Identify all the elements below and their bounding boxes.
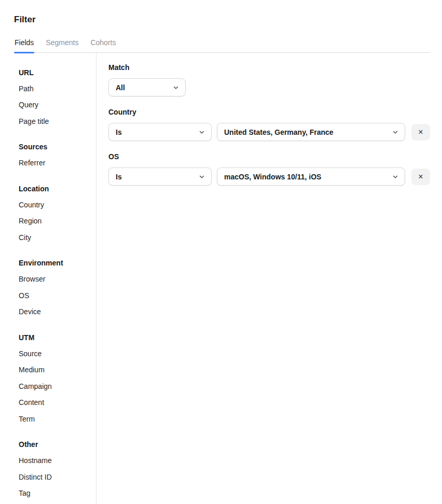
sidebar-item-term[interactable]: Term [19,411,96,427]
sidebar-section-sources: Sources Referrer [19,139,96,172]
sidebar-item-campaign[interactable]: Campaign [19,378,96,395]
sidebar-item-browser[interactable]: Browser [19,271,96,288]
sidebar-item-source[interactable]: Source [19,345,96,362]
chevron-down-icon [199,129,205,135]
sidebar-section-utm: UTM Source Medium Campaign Content Term [19,329,96,427]
os-operator-value: Is [116,173,122,181]
chevron-down-icon [392,129,398,135]
os-remove-button[interactable]: × [411,169,430,185]
country-remove-button[interactable]: × [411,124,430,141]
country-operator-value: Is [116,128,122,136]
sidebar-item-content[interactable]: Content [19,395,96,411]
sidebar-item-referrer[interactable]: Referrer [19,155,96,172]
sidebar-item-os[interactable]: OS [19,287,96,304]
country-values-select[interactable]: United States, Germany, France [217,123,405,141]
sidebar-item-path[interactable]: Path [19,80,96,97]
sidebar: URL Path Query Page title Sources Referr… [14,53,96,504]
sidebar-item-tag[interactable]: Tag [19,485,96,502]
sidebar-item-city[interactable]: City [19,229,96,246]
sidebar-item-region[interactable]: Region [19,213,96,230]
filter-group-os: OS Is macOS, Windows 10/11, iOS [108,152,430,186]
os-values-text: macOS, Windows 10/11, iOS [224,173,321,181]
chevron-down-icon [392,174,398,180]
tab-segments[interactable]: Segments [45,35,79,52]
os-operator-select[interactable]: Is [108,167,212,186]
match-select-value: All [116,83,125,92]
os-values-select[interactable]: macOS, Windows 10/11, iOS [217,167,405,186]
page-title: Filter [14,15,430,25]
filter-panel: Filter Fields Segments Cohorts URL Path … [0,15,442,504]
match-group: Match All [108,63,430,96]
sidebar-section-location: Location Country Region City [19,180,96,246]
filter-row-os: Is macOS, Windows 10/11, iOS × [108,167,430,186]
sidebar-section-environment: Environment Browser OS Device [19,255,96,320]
sidebar-section-header: UTM [19,329,96,345]
close-icon: × [418,173,423,181]
filter-row-country: Is United States, Germany, France × [108,123,430,141]
sidebar-section-header: Location [19,180,96,197]
filter-group-country: Country Is United States, Germany, Franc… [108,108,430,141]
sidebar-item-distinct-id[interactable]: Distinct ID [19,469,96,485]
tab-bar: Fields Segments Cohorts [14,35,430,53]
sidebar-item-hostname[interactable]: Hostname [19,453,96,469]
country-operator-select[interactable]: Is [108,123,212,141]
sidebar-item-medium[interactable]: Medium [19,362,96,379]
sidebar-item-country[interactable]: Country [19,197,96,213]
match-select[interactable]: All [108,78,186,96]
tab-fields[interactable]: Fields [14,35,34,52]
sidebar-section-header: Environment [19,255,96,271]
tab-cohorts[interactable]: Cohorts [90,35,116,52]
sidebar-item-query[interactable]: Query [19,97,96,114]
filter-editor: Match All Country Is [96,53,430,504]
chevron-down-icon [173,85,179,91]
sidebar-section-header: URL [19,64,96,80]
chevron-down-icon [199,174,205,180]
sidebar-section-other: Other Hostname Distinct ID Tag [19,437,96,502]
match-label: Match [108,63,430,72]
filter-label: OS [108,152,430,161]
country-values-text: United States, Germany, France [224,128,334,136]
sidebar-item-device[interactable]: Device [19,304,96,320]
sidebar-section-header: Other [19,437,96,453]
close-icon: × [418,128,423,136]
sidebar-section-url: URL Path Query Page title [19,64,96,130]
sidebar-item-page-title[interactable]: Page title [19,113,96,130]
sidebar-section-header: Sources [19,139,96,155]
filter-label: Country [108,108,430,116]
